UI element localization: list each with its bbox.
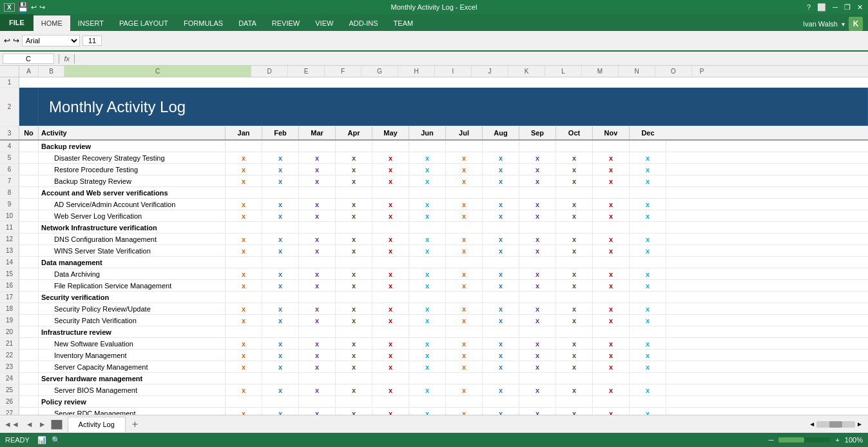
col-K[interactable]: K [508,66,545,77]
table-row: 15Data Archivingxxxxxxxxxxxx [0,268,868,280]
col-I[interactable]: I [435,66,472,77]
col-L[interactable]: L [545,66,582,77]
sheet-tab[interactable]: Activity Log [68,417,126,432]
status-bar: READY 📊 🔍 ─ + 100% [0,433,868,447]
window-controls: ? ⬜ ─ ❐ ✕ [804,3,865,12]
user-name: Ivan Walsh [803,20,838,28]
table-row: 26Policy review [0,396,868,408]
table-row: 7Backup Strategy Reviewxxxxxxxxxxxx [0,175,868,187]
table-row: 10Web Server Log Verificationxxxxxxxxxxx… [0,210,868,222]
tab-home[interactable]: HOME [34,15,70,31]
status-icon2: 🔍 [52,436,61,444]
col-M[interactable]: M [582,66,619,77]
user-dropdown-icon[interactable]: ▾ [842,21,845,28]
table-row: 20Infrastructure review [0,326,868,338]
formula-separator: │ [57,54,62,63]
table-row: 12DNS Configuration Managementxxxxxxxxxx… [0,233,868,245]
table-row: 8Account and Web server verifications [0,187,868,199]
row-2-title: 2 Monthly Activity Log [0,88,868,126]
formula-separator2: │ [72,54,77,63]
ribbon-toggle-icon[interactable]: ⬜ [815,3,829,12]
table-row: 22Inventory Managementxxxxxxxxxxxx [0,350,868,361]
redo-btn[interactable]: ↪ [13,36,19,45]
col-N[interactable]: N [619,66,655,77]
col-H[interactable]: H [398,66,435,77]
restore-icon[interactable]: ❐ [842,3,853,12]
table-row: 21New Software Evaluationxxxxxxxxxxxx [0,338,868,350]
status-icon: 📊 [37,436,46,444]
table-row: 14Data management [0,257,868,268]
col-F[interactable]: F [325,66,362,77]
tab-addins[interactable]: ADD-INS [341,15,385,31]
table-row: 16File Replication Service Managementxxx… [0,280,868,292]
ribbon-content: ↩ ↪ Arial 11 [0,31,868,52]
spreadsheet-title: Monthly Activity Log [39,88,226,126]
table-row: 9AD Service/Admin Account Verificationxx… [0,199,868,210]
file-tab[interactable]: FILE [0,14,34,31]
status-text: READY [5,436,30,444]
close-icon[interactable]: ✕ [854,3,865,12]
fx-label: fx [64,55,70,63]
col-G[interactable]: G [362,66,398,77]
table-row: 27Server RDC Managementxxxxxxxxxxxx [0,408,868,415]
table-row: 5Disaster Recovery Strategy Testingxxxxx… [0,152,868,164]
window-title: Monthly Activity Log - Excel [391,3,477,11]
table-row: 25Server BIOS Managementxxxxxxxxxxxx [0,384,868,396]
bottom-bar: ◄◄ ◄ ► ██ Activity Log + ◄ ► [0,415,868,433]
col-A[interactable]: A [19,66,39,77]
col-C[interactable]: C [64,66,251,77]
table-row: 24Server hardware management [0,373,868,384]
scroll-left-btn[interactable]: ◄ [809,421,815,428]
nav-right[interactable]: ██ [49,420,65,429]
scroll-track: ◄ ► [809,421,863,428]
undo-btn[interactable]: ↩ [4,36,10,45]
name-box[interactable]: C [3,54,54,64]
tab-view[interactable]: VIEW [307,15,341,31]
title-bar-icon: X 💾 ↩ ↪ [4,2,45,12]
minimize-icon[interactable]: ─ [830,3,840,12]
tab-team[interactable]: TEAM [386,15,421,31]
nav-left[interactable]: ◄◄ [0,420,23,429]
tab-formulas[interactable]: FORMULAS [176,15,231,31]
tab-page-layout[interactable]: PAGE LAYOUT [111,15,176,31]
table-row: 17Security verification [0,292,868,303]
table-row: 11Network Infrastructure verification [0,222,868,233]
table-row: 19Security Patch Verificationxxxxxxxxxxx… [0,315,868,326]
tab-insert[interactable]: INSERT [70,15,111,31]
col-J[interactable]: J [472,66,508,77]
nav-prev[interactable]: ◄ [23,420,36,429]
zoom-level: 100% [845,436,863,444]
add-sheet-btn[interactable]: + [126,417,144,432]
help-icon[interactable]: ? [804,3,813,12]
ribbon-tabs: FILE HOME INSERT PAGE LAYOUT FORMULAS DA… [0,14,868,31]
col-D[interactable]: D [251,66,288,77]
table-row: 4Backup review [0,141,868,152]
col-E[interactable]: E [288,66,325,77]
col-O[interactable]: O [655,66,692,77]
table-row: 18Security Policy Review/Updatexxxxxxxxx… [0,303,868,315]
table-row: 6Restore Procedure Testingxxxxxxxxxxxx [0,164,868,175]
font-size-input[interactable]: 11 [82,35,102,46]
tab-data[interactable]: DATA [231,15,264,31]
table-row: 23Server Capacity Managementxxxxxxxxxxxx [0,361,868,373]
row-1: 1 [0,77,868,88]
table-row: 13WINS Server State Verificationxxxxxxxx… [0,245,868,257]
formula-bar: C │ fx │ [0,52,868,66]
nav-next[interactable]: ► [36,420,49,429]
col-P[interactable]: P [692,66,711,77]
sheet-scroll[interactable]: 1 2 Monthly Activity Log 3 No Activity J… [0,77,868,415]
scroll-right-btn[interactable]: ► [856,421,863,428]
zoom-in-btn[interactable]: + [835,436,839,444]
title-bar: X 💾 ↩ ↪ Monthly Activity Log - Excel ? ⬜… [0,0,868,14]
col-headers: A B C D E F G H I J K L M N O P [0,66,868,77]
user-avatar: K [849,17,863,31]
font-selector[interactable]: Arial [22,35,80,46]
tab-review[interactable]: REVIEW [264,15,307,31]
row-3-header: 3 No Activity Jan Feb Mar Apr May Jun Ju… [0,126,868,141]
col-B[interactable]: B [39,66,64,77]
corner-cell [0,66,19,77]
user-info: Ivan Walsh ▾ K [803,17,868,31]
zoom-out-btn[interactable]: ─ [769,436,774,444]
